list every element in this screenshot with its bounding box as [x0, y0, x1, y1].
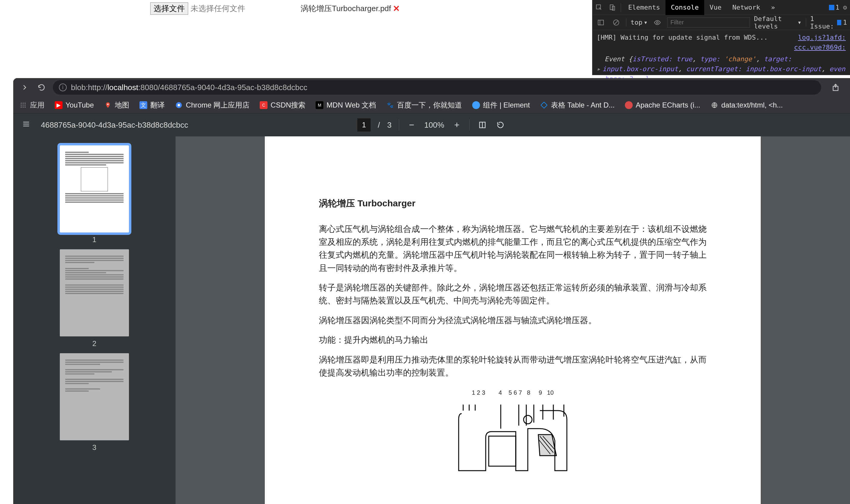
zoom-in-button[interactable]: +	[451, 120, 462, 130]
svg-rect-21	[541, 102, 547, 108]
bookmark-webstore[interactable]: Chrome 网上应用店	[175, 100, 249, 110]
bookmark-element[interactable]: 组件 | Element	[472, 100, 530, 110]
bookmark-translate[interactable]: 文翻译	[139, 100, 165, 110]
eye-icon[interactable]	[654, 18, 661, 27]
svg-line-6	[614, 21, 618, 24]
apps-button[interactable]: 应用	[19, 100, 45, 110]
doc-para-4: 功能：提升内燃机的马力输出	[319, 334, 707, 346]
doc-para-2: 转子是涡轮增压器的关键部件。除此之外，涡轮增压器还包括正常运转所必须的轴承装置、…	[319, 281, 707, 307]
thumbnail-sidebar: 1 2	[13, 137, 175, 504]
doc-para-5: 涡轮增压器即是利用压力推动壳体里的泵轮叶轮旋转从而带动进气增压室涡轮叶轮将空气压…	[319, 353, 707, 379]
console-source-link-2[interactable]: ccc.vue?869d:	[794, 42, 846, 52]
clear-console-icon[interactable]	[612, 18, 620, 27]
browser-window: i blob:http://localhost:8080/4688765a-90…	[13, 78, 850, 504]
console-output: [HMR] Waiting for update signal from WDS…	[592, 30, 850, 86]
choose-file-button[interactable]: 选择文件	[150, 2, 188, 15]
svg-point-10	[22, 103, 24, 104]
thumb-label-3: 3	[92, 443, 96, 452]
baidu-icon: 🐾	[386, 101, 394, 109]
svg-point-12	[21, 105, 22, 106]
uploaded-file-label: 涡轮增压Turbocharger.pdf ✕	[300, 0, 400, 17]
fit-page-icon[interactable]	[477, 120, 488, 130]
svg-point-13	[22, 105, 24, 106]
svg-rect-3	[598, 20, 604, 25]
console-message: [HMR] Waiting for update signal from WDS…	[596, 33, 768, 42]
file-upload-area: 选择文件 未选择任何文件	[0, 0, 258, 17]
csdn-icon: C	[260, 101, 267, 109]
issues-indicator[interactable]: 1 Issue: 1	[810, 15, 847, 30]
doc-para-1: 离心式压气机与涡轮组合成一个整体，称为涡轮增压器。它与燃气轮机的主要差别在于：该…	[319, 222, 707, 275]
pdf-body: 1 2	[13, 137, 850, 504]
error-indicator[interactable]: 1	[829, 4, 839, 11]
tab-more[interactable]: »	[765, 0, 780, 15]
element-icon	[472, 101, 480, 109]
tab-elements[interactable]: Elements	[623, 0, 665, 15]
address-bar[interactable]: i blob:http://localhost:8080/4688765a-90…	[53, 80, 821, 95]
bookmark-maps[interactable]: 地图	[104, 100, 129, 110]
pdf-menu-icon[interactable]	[22, 120, 32, 130]
thumbnail-1[interactable]	[60, 145, 129, 233]
bookmark-baidu[interactable]: 🐾百度一下，你就知道	[386, 100, 462, 110]
forward-button[interactable]	[19, 82, 30, 93]
devtools-panel: Elements Console Vue Network » 1 ⚙ top ▾…	[592, 0, 850, 75]
bookmark-antd[interactable]: 表格 Table - Ant D...	[540, 100, 615, 110]
svg-point-18	[107, 103, 109, 105]
pdf-title: 4688765a-9040-4d3a-95ac-b38d8c8dcbcc	[41, 121, 188, 130]
reload-button[interactable]	[36, 82, 47, 93]
share-icon[interactable]	[830, 82, 841, 93]
svg-point-20	[178, 104, 180, 106]
zoom-level: 100%	[424, 121, 445, 130]
sidebar-toggle-icon[interactable]	[597, 18, 605, 27]
device-icon[interactable]	[607, 3, 617, 12]
bookmark-mdn[interactable]: MMDN Web 文档	[316, 100, 376, 110]
page-total: 3	[387, 121, 391, 130]
diagram-labels: 1 2 3 4 5 6 7 8 9 10	[319, 388, 707, 397]
log-levels-selector[interactable]: Default levels ▾	[754, 15, 802, 30]
pdf-canvas[interactable]: 涡轮增压 Turbocharger 离心式压气机与涡轮组合成一个整体，称为涡轮增…	[175, 137, 850, 504]
bookmark-echarts[interactable]: Apache ECharts (i...	[625, 101, 700, 109]
remove-file-icon[interactable]: ✕	[393, 4, 400, 14]
console-toolbar: top ▾ Default levels ▾ 1 Issue: 1	[592, 15, 850, 30]
globe-icon	[711, 101, 718, 109]
thumbnail-3[interactable]	[60, 353, 129, 440]
tab-vue[interactable]: Vue	[704, 0, 727, 15]
devtools-tabs: Elements Console Vue Network » 1 ⚙	[592, 0, 850, 15]
doc-heading: 涡轮增压 Turbocharger	[319, 196, 707, 211]
error-count: 1	[836, 4, 839, 11]
pdf-page-1: 涡轮增压 Turbocharger 离心式压气机与涡轮组合成一个整体，称为涡轮增…	[265, 137, 761, 504]
tab-console[interactable]: Console	[665, 0, 704, 15]
bookmark-csdn[interactable]: CCSDN搜索	[260, 100, 306, 110]
svg-point-17	[25, 106, 26, 108]
svg-point-14	[25, 105, 26, 106]
svg-point-38	[524, 415, 532, 424]
bookmark-youtube[interactable]: ▶YouTube	[55, 101, 94, 109]
apps-icon	[19, 101, 27, 109]
translate-icon: 文	[139, 101, 147, 109]
thumbnail-2[interactable]	[60, 249, 129, 337]
browser-nav-bar: i blob:http://localhost:8080/4688765a-90…	[13, 78, 850, 97]
svg-rect-1	[610, 5, 613, 10]
svg-rect-39	[489, 436, 516, 466]
console-filter-input[interactable]	[667, 17, 750, 28]
chrome-icon	[175, 101, 183, 109]
inspect-icon[interactable]	[594, 3, 604, 12]
mdn-icon: M	[316, 101, 324, 109]
site-info-icon[interactable]: i	[59, 84, 67, 91]
youtube-icon: ▶	[55, 101, 63, 109]
pdf-toolbar: 4688765a-9040-4d3a-95ac-b38d8c8dcbcc 1 /…	[13, 113, 850, 137]
page-number-input[interactable]: 1	[358, 118, 370, 131]
settings-icon[interactable]: ⚙	[843, 4, 847, 11]
tab-network[interactable]: Network	[727, 0, 765, 15]
antd-icon	[540, 101, 548, 109]
console-source-link[interactable]: log.js?1afd:	[798, 33, 846, 42]
doc-para-3: 涡轮增压器因涡轮类型不同而分为径流式涡轮增压器与轴流式涡轮增压器。	[319, 314, 707, 327]
page-sep: /	[378, 121, 380, 130]
url-text: blob:http://localhost:8080/4688765a-9040…	[71, 83, 307, 92]
context-selector[interactable]: top ▾	[630, 19, 648, 26]
zoom-out-button[interactable]: −	[406, 120, 417, 130]
svg-point-7	[656, 22, 658, 23]
thumb-label-1: 1	[92, 235, 96, 244]
bookmark-datahtml[interactable]: data:text/html, <h...	[711, 101, 783, 109]
rotate-icon[interactable]	[495, 120, 506, 130]
bookmarks-bar: 应用 ▶YouTube 地图 文翻译 Chrome 网上应用店 CCSDN搜索 …	[13, 97, 850, 113]
